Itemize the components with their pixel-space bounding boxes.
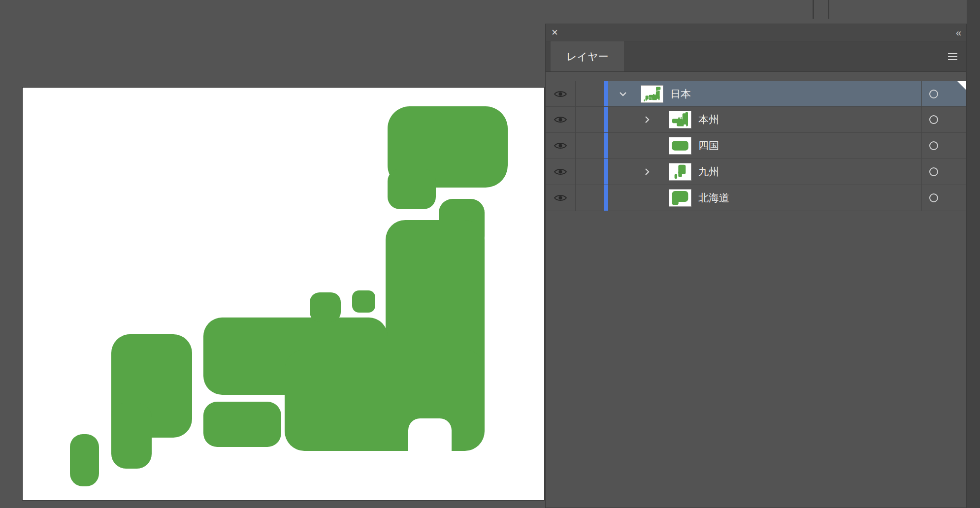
layer-thumbnail[interactable]	[669, 189, 691, 207]
layer-color-bar	[604, 133, 608, 159]
visibility-toggle[interactable]	[546, 159, 576, 185]
lock-toggle[interactable]	[576, 159, 604, 185]
right-edge-strip	[967, 0, 980, 508]
layer-row-content[interactable]: 四国	[608, 133, 921, 159]
hokkaido-shape	[388, 106, 508, 209]
eye-icon	[554, 167, 567, 176]
panel-collapse-button[interactable]: «	[956, 27, 960, 38]
layer-list: 日本	[546, 81, 966, 211]
layer-color-bar	[604, 159, 608, 185]
target-circle-icon[interactable]	[929, 167, 938, 176]
eye-icon	[554, 193, 567, 202]
target-cell[interactable]	[921, 159, 966, 185]
layer-thumbnail[interactable]	[641, 85, 663, 103]
layer-name[interactable]: 日本	[670, 87, 691, 101]
expand-chevron[interactable]	[645, 168, 650, 176]
layer-row-content[interactable]: 本州	[608, 107, 921, 132]
target-circle-icon[interactable]	[929, 115, 938, 124]
lock-toggle[interactable]	[576, 185, 604, 211]
shikoku-shape	[203, 402, 281, 447]
eye-icon	[554, 90, 567, 98]
chevron-down-icon	[619, 92, 627, 96]
dock-divider	[813, 0, 829, 19]
tab-layers[interactable]: レイヤー	[551, 41, 624, 71]
visibility-toggle[interactable]	[546, 107, 576, 132]
eye-icon	[554, 115, 567, 124]
layer-row-honshu[interactable]: 本州	[546, 107, 966, 133]
panel-menu-button[interactable]	[948, 53, 957, 60]
visibility-toggle[interactable]	[546, 81, 576, 106]
layer-row-hokkaido[interactable]: 北海道	[546, 185, 966, 211]
target-cell[interactable]	[921, 81, 966, 106]
eye-icon	[554, 141, 567, 150]
visibility-toggle[interactable]	[546, 185, 576, 211]
layer-name[interactable]: 北海道	[698, 191, 729, 205]
panel-close-button[interactable]: ×	[552, 27, 558, 38]
layer-thumbnail[interactable]	[669, 111, 691, 128]
lock-toggle[interactable]	[576, 81, 604, 106]
collapse-chevron[interactable]	[619, 92, 627, 96]
layer-color-bar	[604, 185, 608, 211]
target-cell[interactable]	[921, 107, 966, 132]
layer-row-nihon[interactable]: 日本	[546, 81, 966, 107]
layer-row-kyushu[interactable]: 九州	[546, 159, 966, 185]
layer-row-shikoku[interactable]: 四国	[546, 133, 966, 159]
layer-name[interactable]: 四国	[698, 139, 719, 153]
chevron-right-icon	[645, 168, 650, 176]
layer-row-content[interactable]: 九州	[608, 159, 921, 185]
layer-row-content[interactable]: 日本	[608, 81, 921, 106]
artboard	[23, 88, 544, 500]
layer-thumbnail[interactable]	[669, 163, 691, 181]
layer-row-content[interactable]: 北海道	[608, 185, 921, 211]
japan-map[interactable]	[23, 88, 544, 500]
kyushu-shape	[70, 334, 192, 486]
layer-name[interactable]: 九州	[698, 165, 719, 179]
target-circle-icon[interactable]	[929, 90, 938, 98]
layers-panel: × « レイヤー	[545, 24, 967, 508]
lock-toggle[interactable]	[576, 133, 604, 159]
layer-color-bar	[604, 107, 608, 132]
visibility-toggle[interactable]	[546, 133, 576, 159]
panel-header[interactable]: × «	[546, 24, 966, 41]
panel-tab-bar: レイヤー	[546, 41, 966, 72]
layer-color-bar	[604, 81, 608, 106]
target-cell[interactable]	[921, 133, 966, 159]
layer-thumbnail[interactable]	[669, 137, 691, 155]
chevron-right-icon	[645, 116, 650, 124]
target-circle-icon[interactable]	[929, 193, 938, 202]
target-circle-icon[interactable]	[929, 141, 938, 150]
expand-chevron[interactable]	[645, 116, 650, 124]
layer-name[interactable]: 本州	[698, 113, 719, 127]
target-cell[interactable]	[921, 185, 966, 211]
lock-toggle[interactable]	[576, 107, 604, 132]
